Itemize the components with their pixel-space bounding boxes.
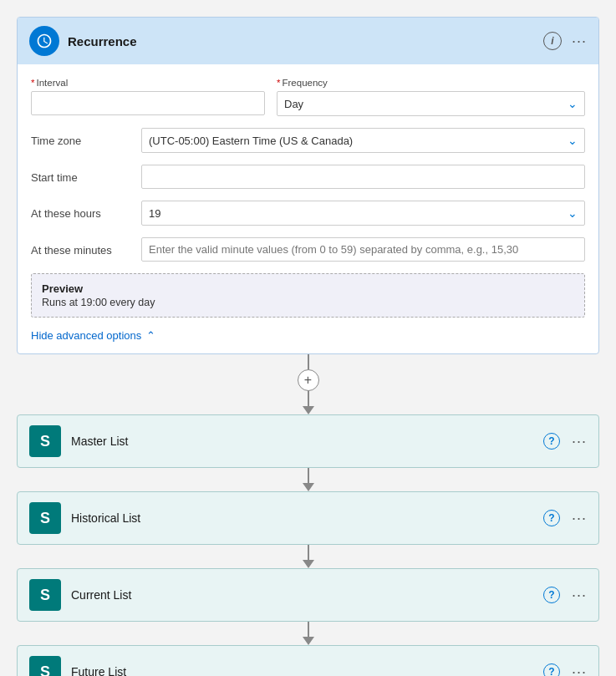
chevron-down-icon: ⌄ xyxy=(568,134,578,147)
more-options-button-historical-list[interactable]: ··· xyxy=(572,510,587,527)
required-star-freq: * xyxy=(277,78,280,88)
header-right: i ··· xyxy=(543,32,587,50)
frequency-group: *Frequency Day ⌄ xyxy=(277,78,585,116)
interval-input[interactable]: 1 xyxy=(31,91,265,115)
more-options-button-future-list[interactable]: ··· xyxy=(572,663,587,677)
connector-arrow-current-list xyxy=(17,622,599,645)
action-card-inner-future-list: S Future List ? ··· xyxy=(17,645,599,676)
action-title-future-list: Future List xyxy=(71,665,543,676)
action-card-current-list: S Current List ? ··· xyxy=(17,568,599,622)
action-right-master-list: ? ··· xyxy=(543,433,587,450)
minutes-input[interactable] xyxy=(141,237,585,262)
interval-frequency-row: *Interval 1 *Frequency Day ⌄ xyxy=(31,78,585,116)
action-icon-letter: S xyxy=(40,510,50,527)
connector-recurrence-master: + xyxy=(17,354,599,414)
hours-select[interactable]: 19 ⌄ xyxy=(141,201,585,226)
chevron-down-icon: ⌄ xyxy=(568,97,578,110)
starttime-input[interactable]: 2022-06-20T18:00:00Z xyxy=(141,165,585,189)
connector-arrow-master-list xyxy=(17,468,599,491)
more-options-button-current-list[interactable]: ··· xyxy=(572,587,587,604)
starttime-row: Start time 2022-06-20T18:00:00Z xyxy=(31,165,585,189)
action-right-historical-list: ? ··· xyxy=(543,510,587,527)
timezone-select[interactable]: (UTC-05:00) Eastern Time (US & Canada) ⌄ xyxy=(141,128,585,153)
arrow-down xyxy=(303,391,314,414)
info-button[interactable]: i xyxy=(543,32,562,50)
action-card-future-list: S Future List ? ··· xyxy=(17,645,599,676)
preview-text: Runs at 19:00 every day xyxy=(42,297,574,308)
action-icon-current-list: S xyxy=(29,579,61,611)
action-icon-historical-list: S xyxy=(29,502,61,534)
hide-advanced-button[interactable]: Hide advanced options ⌃ xyxy=(31,329,155,342)
action-icon-letter: S xyxy=(40,587,50,604)
arrow-line xyxy=(308,545,309,560)
minutes-row: At these minutes xyxy=(31,237,585,262)
arrow-line xyxy=(308,468,309,483)
hours-label: At these hours xyxy=(31,201,131,220)
card-body: *Interval 1 *Frequency Day ⌄ Time zone (… xyxy=(18,64,598,353)
action-icon-future-list: S xyxy=(29,656,61,676)
hours-row: At these hours 19 ⌄ xyxy=(31,201,585,226)
arrow-after-historical-list xyxy=(17,545,599,568)
action-right-current-list: ? ··· xyxy=(543,587,587,604)
timezone-value: (UTC-05:00) Eastern Time (US & Canada) xyxy=(149,135,353,147)
action-icon-letter: S xyxy=(40,663,50,677)
frequency-label: *Frequency xyxy=(277,78,585,88)
arrow-after-current-list xyxy=(17,622,599,645)
add-step-button[interactable]: + xyxy=(298,369,319,391)
frequency-select[interactable]: Day ⌄ xyxy=(277,91,585,116)
preview-box: Preview Runs at 19:00 every day xyxy=(31,273,585,318)
chevron-up-icon: ⌃ xyxy=(146,329,155,342)
hide-advanced-label: Hide advanced options xyxy=(31,329,141,342)
starttime-label: Start time xyxy=(31,165,131,184)
recurrence-card: Recurrence i ··· *Interval 1 *Frequency … xyxy=(17,17,599,354)
frequency-value: Day xyxy=(284,98,303,110)
minutes-input-wrapper xyxy=(141,237,585,262)
action-card-historical-list: S Historical List ? ··· xyxy=(17,491,599,545)
arrow-head xyxy=(303,637,314,645)
help-button-master-list[interactable]: ? xyxy=(543,433,560,450)
minutes-label: At these minutes xyxy=(31,237,131,257)
action-icon-master-list: S xyxy=(29,425,61,457)
action-cards-container: S Master List ? ··· S Historical List xyxy=(17,414,599,676)
timezone-row: Time zone (UTC-05:00) Eastern Time (US &… xyxy=(31,128,585,153)
timezone-label: Time zone xyxy=(31,128,131,147)
action-title-master-list: Master List xyxy=(71,435,543,448)
arrow-head xyxy=(303,406,314,414)
arrow-line xyxy=(308,622,309,637)
clock-icon xyxy=(36,33,53,49)
required-star: * xyxy=(31,78,34,88)
help-button-current-list[interactable]: ? xyxy=(543,587,560,603)
starttime-input-wrapper: 2022-06-20T18:00:00Z xyxy=(141,165,585,189)
chevron-down-icon: ⌄ xyxy=(568,206,578,220)
interval-label: *Interval xyxy=(31,78,265,88)
preview-title: Preview xyxy=(42,282,574,295)
action-title-historical-list: Historical List xyxy=(71,511,543,525)
arrow-after-master-list xyxy=(17,468,599,491)
action-icon-letter: S xyxy=(40,433,50,450)
connector-arrow-historical-list xyxy=(17,545,599,568)
timezone-input-wrapper: (UTC-05:00) Eastern Time (US & Canada) ⌄ xyxy=(141,128,585,153)
arrow-head xyxy=(303,560,314,568)
card-header: Recurrence i ··· xyxy=(18,18,598,64)
connector-line-bottom xyxy=(308,391,309,406)
help-button-future-list[interactable]: ? xyxy=(543,663,560,676)
more-options-button[interactable]: ··· xyxy=(572,33,587,50)
card-title: Recurrence xyxy=(68,34,137,48)
action-card-master-list: S Master List ? ··· xyxy=(17,414,599,468)
more-options-button-master-list[interactable]: ··· xyxy=(572,433,587,450)
connector-line-top xyxy=(308,354,309,369)
header-left: Recurrence xyxy=(29,26,137,56)
help-button-historical-list[interactable]: ? xyxy=(543,510,560,526)
recurrence-icon xyxy=(29,26,59,56)
interval-group: *Interval 1 xyxy=(31,78,265,115)
action-right-future-list: ? ··· xyxy=(543,663,587,677)
action-card-inner-current-list: S Current List ? ··· xyxy=(17,568,599,622)
arrow-head xyxy=(303,483,314,491)
hours-value: 19 xyxy=(149,207,160,220)
hours-input-wrapper: 19 ⌄ xyxy=(141,201,585,226)
action-card-inner-historical-list: S Historical List ? ··· xyxy=(17,491,599,545)
action-card-inner-master-list: S Master List ? ··· xyxy=(17,414,599,468)
action-title-current-list: Current List xyxy=(71,588,543,602)
